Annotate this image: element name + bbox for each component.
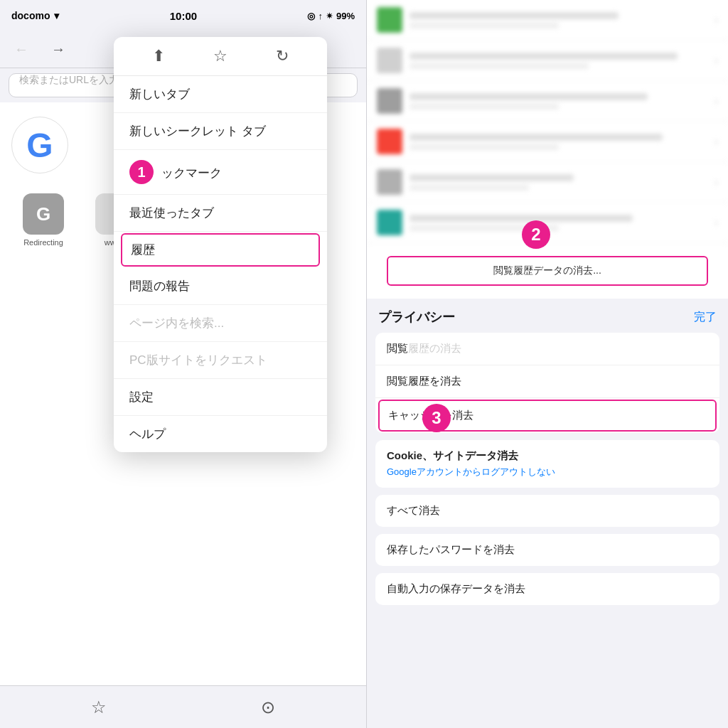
favicon-1 — [377, 7, 402, 33]
history-url-1 — [410, 23, 559, 28]
history-arrow-6: › — [714, 217, 718, 228]
menu-desktop-label: PC版サイトをリクエスト — [129, 353, 267, 367]
favicon-4 — [377, 129, 402, 154]
privacy-row-browsing2[interactable]: 閲覧履歴を消去 — [375, 365, 719, 398]
password-section: 保存したパスワードを消去 — [375, 534, 719, 566]
history-text-6 — [410, 215, 707, 231]
google-logo[interactable]: G — [11, 117, 68, 173]
battery-label: 99% — [336, 11, 355, 21]
history-item-2[interactable]: › — [367, 41, 728, 81]
menu-incognito-tab[interactable]: 新しいシークレット タブ — [114, 113, 327, 150]
menu-incognito-label: 新しいシークレット タブ — [129, 124, 266, 138]
history-url-5 — [410, 185, 529, 191]
history-text-3 — [410, 93, 707, 109]
history-arrow-2: › — [714, 55, 718, 66]
menu-help[interactable]: ヘルプ — [114, 416, 327, 452]
history-url-3 — [410, 104, 559, 109]
status-right: ◎ ↑ ✴ 99% — [307, 11, 355, 21]
carrier-label: docomo — [11, 10, 50, 21]
dial-label-redirecting: Redirecting — [23, 237, 63, 247]
history-text-5 — [410, 174, 707, 191]
refresh-icon[interactable]: ↻ — [276, 47, 289, 65]
all-label: すべて消去 — [387, 504, 440, 516]
menu-recent-label: 最近使ったタブ — [129, 206, 214, 220]
history-url-4 — [410, 144, 559, 150]
menu-help-label: ヘルプ — [129, 427, 166, 441]
history-text-2 — [410, 53, 707, 69]
dial-icon-redirecting: G — [23, 193, 64, 235]
privacy-row-password[interactable]: 保存したパスワードを消去 — [375, 534, 719, 566]
menu-bookmarks[interactable]: 1 ックマーク — [114, 150, 327, 195]
bottom-toolbar: ☆ ⊙ — [0, 685, 366, 728]
menu-new-tab[interactable]: 新しいタブ — [114, 76, 327, 113]
history-arrow-5: › — [714, 176, 718, 188]
right-panel: › › › — [366, 0, 728, 728]
history-item-5[interactable]: › — [367, 162, 728, 203]
autofill-section: 自動入力の保存データを消去 — [375, 573, 719, 605]
cookie-section: Cookie、サイトデータ消去 Googleアカウントからログアウトしない — [375, 440, 719, 488]
clear-history-label: 閲覧履歴データの消去... — [493, 264, 601, 276]
history-button[interactable]: ⊙ — [261, 697, 275, 717]
privacy-row-autofill[interactable]: 自動入力の保存データを消去 — [375, 573, 719, 605]
favicon-6 — [377, 210, 402, 235]
browsing2-label: 閲覧履歴を消去 — [387, 375, 461, 387]
history-item-1[interactable]: › — [367, 0, 728, 41]
star-icon[interactable]: ☆ — [213, 47, 228, 65]
status-bar: docomo ▾ 10:00 ◎ ↑ ✴ 99% — [0, 0, 366, 31]
menu-history[interactable]: 履歴 — [121, 233, 320, 267]
history-arrow-3: › — [714, 95, 718, 107]
time-display: 10:00 — [170, 10, 197, 22]
history-title-5 — [410, 174, 574, 181]
menu-settings-label: 設定 — [129, 390, 154, 404]
forward-button[interactable]: → — [46, 37, 71, 63]
extra-section: すべて消去 — [375, 495, 719, 527]
favicon-3 — [377, 88, 402, 114]
history-list: › › › — [367, 0, 728, 299]
wifi-icon: ▾ — [54, 10, 59, 21]
blurred-history: › › › — [367, 0, 728, 243]
menu-overlay: ⬆ ☆ ↻ 新しいタブ 新しいシークレット タブ 1 ックマーク 最近使ったタブ… — [114, 37, 327, 452]
menu-report-label: 問題の報告 — [129, 279, 190, 293]
history-arrow-4: › — [714, 136, 718, 147]
autofill-label: 自動入力の保存データを消去 — [387, 582, 525, 594]
history-item-4[interactable]: › — [367, 122, 728, 162]
history-arrow-1: › — [714, 14, 718, 26]
menu-settings[interactable]: 設定 — [114, 379, 327, 416]
step1-badge: 1 — [129, 160, 154, 184]
privacy-row-browsing1[interactable]: 閲覧履歴の消去 — [375, 333, 719, 365]
history-text-1 — [410, 12, 707, 28]
status-left: docomo ▾ — [11, 10, 59, 21]
cookie-subtitle[interactable]: Googleアカウントからログアウトしない — [375, 464, 719, 488]
share-icon[interactable]: ⬆ — [152, 47, 165, 65]
history-title-6 — [410, 215, 633, 222]
menu-desktop-site: PC版サイトをリクエスト — [114, 342, 327, 379]
step3-badge: 3 — [422, 404, 451, 432]
privacy-title: プライバシー — [378, 309, 455, 326]
favicon-5 — [377, 169, 402, 195]
location-icon: ◎ — [307, 11, 315, 21]
privacy-header: プライバシー 完了 — [367, 299, 728, 333]
menu-search-page: ページ内を検索... — [114, 305, 327, 342]
history-title-4 — [410, 134, 663, 141]
menu-report[interactable]: 問題の報告 — [114, 268, 327, 305]
bluetooth-icon: ✴ — [326, 11, 333, 21]
cookie-title: Cookie、サイトデータ消去 — [375, 440, 719, 464]
password-label: 保存したパスワードを消去 — [387, 543, 515, 555]
arrow-icon: ↑ — [318, 11, 323, 21]
privacy-done-button[interactable]: 完了 — [694, 310, 717, 325]
history-item-3[interactable]: › — [367, 81, 728, 122]
history-title-1 — [410, 12, 619, 19]
privacy-row-all[interactable]: すべて消去 — [375, 495, 719, 527]
back-button[interactable]: ← — [9, 37, 34, 63]
favicon-2 — [377, 48, 402, 73]
dial-item-redirecting[interactable]: G Redirecting — [11, 193, 75, 258]
clear-history-button[interactable]: 閲覧履歴データの消去... — [387, 256, 708, 286]
menu-search-label: ページ内を検索... — [129, 316, 224, 330]
menu-recent-tabs[interactable]: 最近使ったタブ — [114, 195, 327, 232]
menu-history-label: 履歴 — [131, 243, 155, 257]
history-title-2 — [410, 53, 678, 60]
browsing1-label: 閲覧 — [387, 342, 408, 354]
bookmark-button[interactable]: ☆ — [91, 697, 107, 717]
menu-top-icons: ⬆ ☆ ↻ — [114, 37, 327, 76]
menu-new-tab-label: 新しいタブ — [129, 87, 190, 101]
